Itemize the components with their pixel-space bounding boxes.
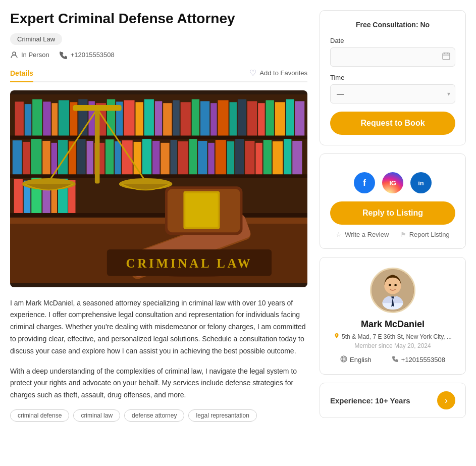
svg-rect-66 [284,139,291,174]
description-2: With a deep understanding of the complex… [10,366,307,401]
profile-phone-label: +12015553508 [401,356,445,364]
free-consult-label: Free Consultation: [356,21,418,29]
report-listing-label: Report Listing [409,231,450,238]
request-to-book-button[interactable]: Request to Book [330,112,455,135]
svg-rect-19 [135,102,143,135]
time-label: Time [330,74,455,81]
location-text: 5th & Mad, 7 E 36th St, New York City, .… [342,333,452,340]
profile-location: 5th & Mad, 7 E 36th St, New York City, .… [330,333,455,340]
svg-rect-65 [273,141,283,174]
free-consult-value: No [420,21,430,29]
tab-details[interactable]: Details [10,65,33,82]
avatar [370,268,415,313]
svg-rect-48 [115,141,121,174]
arrow-right-icon: › [445,395,448,406]
svg-rect-5 [10,213,307,217]
svg-rect-59 [216,140,226,174]
free-consultation-row: Free Consultation: No [330,21,455,29]
svg-rect-54 [171,140,177,174]
svg-rect-18 [124,100,134,135]
svg-rect-47 [105,139,114,174]
phone-icon [60,51,68,59]
svg-rect-27 [210,103,217,135]
write-review-link[interactable]: ☆ Write a Review [336,231,389,238]
svg-rect-29 [230,102,237,135]
listing-title: Expert Criminal Defense Attorney [10,10,307,27]
report-listing-link[interactable]: ⚑ Report Listing [400,231,450,238]
language-label: English [350,356,372,364]
svg-rect-9 [43,101,50,135]
flag-icon: ⚑ [400,231,406,238]
person-icon [10,51,18,59]
instagram-icon: IG [389,179,396,187]
write-review-label: Write a Review [345,231,389,238]
experience-arrow-button[interactable]: › [437,391,455,409]
linkedin-button[interactable]: in [410,172,432,193]
language-item: English [340,355,372,364]
svg-point-98 [394,284,397,286]
reply-to-listing-button[interactable]: Reply to Listing [330,201,455,225]
member-since: Member since May 20, 2024 [330,342,455,349]
profile-card: Mark McDaniel 5th & Mad, 7 E 36th St, Ne… [320,257,466,375]
svg-rect-57 [198,141,207,174]
svg-rect-45 [87,141,93,174]
svg-rect-60 [227,141,234,174]
tag-legal-rep: legal represantation [188,409,256,422]
tag-criminal-law: criminal law [73,409,120,422]
svg-rect-56 [189,139,197,174]
profile-name: Mark McDaniel [330,319,455,330]
svg-rect-21 [155,101,162,135]
svg-rect-62 [245,141,254,174]
add-favorites-label: Add to Favorites [259,69,307,77]
heart-icon: ♡ [249,68,256,78]
svg-rect-49 [122,140,133,174]
time-select-wrap: — ▾ [330,84,455,103]
svg-rect-63 [255,142,262,174]
tags-row: criminal defense criminal law defense at… [10,409,307,422]
date-input[interactable] [330,47,455,67]
svg-text:CRIMINAL LAW: CRIMINAL LAW [126,256,253,270]
globe-icon [340,355,347,364]
svg-rect-37 [13,140,22,174]
svg-rect-33 [266,100,274,135]
svg-rect-32 [258,103,265,135]
time-select[interactable]: — [330,84,455,103]
svg-rect-67 [292,141,302,174]
time-field-group: Time — ▾ [330,74,455,103]
avatar-wrap [330,268,455,313]
svg-rect-35 [286,99,294,135]
svg-rect-7 [25,104,31,135]
profile-meta-row: English +12015553508 [330,355,455,364]
listing-image: CRIMINAL LAW [10,90,307,287]
experience-card: Experience: 10+ Years › [320,383,466,418]
category-badge: Criminal Law [10,33,62,45]
svg-rect-76 [10,218,307,224]
experience-text: Experience: 10+ Years [330,396,410,405]
svg-rect-42 [58,140,68,174]
svg-rect-10 [51,103,58,135]
add-to-favorites-button[interactable]: ♡ Add to Favorites [249,68,307,78]
phone-label: +12015553508 [71,51,115,59]
svg-rect-23 [173,100,179,135]
date-label: Date [330,37,455,44]
tabs-bar: Details ♡ Add to Favorites [10,65,307,82]
svg-rect-25 [192,99,199,135]
instagram-button[interactable]: IG [382,172,403,193]
experience-value: 10+ Years [375,396,410,405]
facebook-button[interactable]: f [354,172,375,193]
svg-rect-68 [14,179,23,213]
meeting-type-label: In Person [21,51,49,59]
svg-rect-40 [42,141,50,174]
svg-rect-52 [152,141,160,174]
action-links-row: ☆ Write a Review ⚑ Report Listing [330,231,455,238]
svg-rect-64 [263,140,272,174]
svg-point-0 [13,52,16,55]
description-1: I am Mark McDaniel, a seasoned attorney … [10,297,307,357]
facebook-icon: f [363,178,366,188]
svg-rect-38 [23,142,30,174]
svg-rect-30 [238,99,246,135]
location-pin-icon [334,333,340,340]
svg-rect-8 [32,99,42,135]
svg-rect-87 [73,105,122,111]
svg-rect-58 [208,142,214,174]
